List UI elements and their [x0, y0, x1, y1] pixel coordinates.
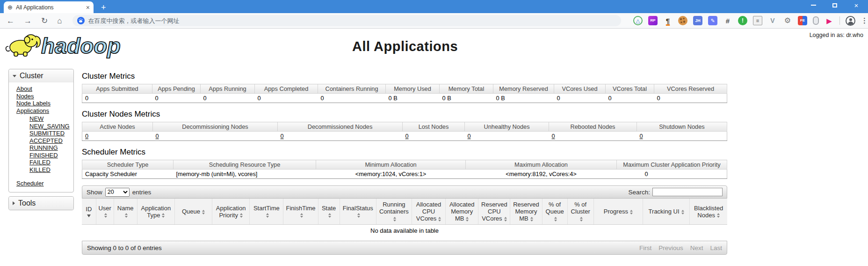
sidebar-link[interactable]: Applications: [16, 107, 49, 114]
sidebar-link-scheduler[interactable]: Scheduler: [16, 180, 44, 187]
applications-column-header[interactable]: Blacklisted Nodes: [690, 199, 727, 225]
pagination-button[interactable]: Last: [710, 244, 722, 251]
node-metric-link[interactable]: 0: [281, 133, 284, 140]
applications-column-header[interactable]: User: [96, 199, 114, 225]
tab-close-icon[interactable]: ×: [86, 4, 90, 11]
node-metric-link[interactable]: 0: [468, 133, 471, 140]
sort-icon: [87, 214, 91, 217]
show-label: Show: [87, 189, 102, 196]
applications-column-header[interactable]: % of Cluster: [567, 199, 593, 225]
app-state-link[interactable]: KILLED: [29, 166, 51, 173]
address-bar-input[interactable]: [88, 17, 616, 24]
metric-column-header: Apps Submitted: [82, 84, 152, 94]
node-metric-link[interactable]: 0: [405, 133, 409, 140]
node-metric-link[interactable]: 0: [156, 133, 159, 140]
sidebar-item: About: [16, 85, 73, 93]
vue-devtools-extension-icon[interactable]: V: [768, 16, 777, 25]
app-state-link[interactable]: ACCEPTED: [29, 137, 63, 144]
timer-extension-icon[interactable]: !: [738, 16, 747, 25]
gear-extension-icon[interactable]: ⚙: [783, 16, 792, 25]
applications-column-header[interactable]: Allocated CPU VCores: [412, 199, 445, 225]
profile-avatar[interactable]: [846, 16, 855, 26]
applications-column-header[interactable]: Running Containers: [376, 199, 412, 225]
avatar-bust-icon: [848, 22, 854, 26]
sort-icon: [162, 213, 165, 218]
scheduler-metric-value: 0: [617, 170, 727, 179]
pagination-button[interactable]: Next: [690, 244, 703, 251]
notes-extension-icon[interactable]: ✎: [708, 16, 717, 25]
reload-button[interactable]: ↻: [41, 17, 48, 25]
applications-column-header[interactable]: State: [318, 199, 340, 225]
app-state-link[interactable]: NEW: [29, 115, 43, 122]
window-maximize-button[interactable]: [832, 2, 838, 8]
home-button[interactable]: ⌂: [57, 17, 62, 25]
fe-helper-extension-icon[interactable]: FE: [798, 16, 807, 25]
pagination-button[interactable]: First: [639, 244, 651, 251]
applications-column-header[interactable]: Reserved Memory MB: [510, 199, 542, 225]
applications-column-header[interactable]: Reserved CPU VCores: [478, 199, 510, 225]
graphql-extension-icon[interactable]: △: [633, 16, 643, 25]
node-metric-value: 0: [82, 132, 153, 141]
node-metric-value: 0: [153, 132, 278, 141]
applications-column-header[interactable]: Progress: [593, 199, 643, 225]
app-state-link[interactable]: SUBMITTED: [29, 130, 65, 137]
metric-value: 0: [554, 94, 606, 103]
scheduler-metric-column-header: Maximum Cluster Application Priority: [617, 160, 727, 170]
media-download-extension-icon[interactable]: ▶: [825, 16, 834, 25]
frame-extension-icon[interactable]: #: [723, 16, 732, 25]
cluster-nav-header[interactable]: Cluster: [9, 69, 73, 82]
empty-row: No data available in table: [82, 225, 727, 238]
page-size-select[interactable]: 20: [105, 188, 130, 197]
app-state-item: RUNNING: [29, 144, 73, 152]
node-metric-link[interactable]: 0: [640, 133, 643, 140]
applications-column-header[interactable]: ID: [82, 199, 96, 225]
sidebar-link[interactable]: Node Labels: [16, 100, 51, 107]
applications-column-header[interactable]: FinishTime: [283, 199, 318, 225]
applications-table: ID User Name Application Type Queue Appl…: [82, 199, 727, 238]
applications-column-header[interactable]: Tracking UI: [643, 199, 689, 225]
applications-column-header[interactable]: Name: [114, 199, 137, 225]
cookie-extension-icon[interactable]: [678, 16, 687, 25]
node-metric-link[interactable]: 0: [85, 133, 88, 140]
tools-nav-header[interactable]: Tools: [9, 197, 73, 210]
scheduler-metric-value: <memory:1024, vCores:1>: [316, 170, 466, 179]
applications-column-header[interactable]: Application Priority: [212, 199, 250, 225]
applications-column-header[interactable]: Application Type: [137, 199, 174, 225]
mouse-gestures-extension-icon[interactable]: [813, 16, 819, 25]
node-metric-link[interactable]: 0: [552, 133, 555, 140]
applications-column-header[interactable]: StartTime: [250, 199, 283, 225]
app-state-link[interactable]: NEW_SAVING: [29, 123, 70, 130]
window-close-button[interactable]: ×: [853, 2, 860, 8]
browser-menu-button[interactable]: ⋮: [861, 16, 868, 25]
jh-extension-icon[interactable]: JH: [693, 16, 702, 25]
applications-column-header[interactable]: Allocated Memory MB: [446, 199, 478, 225]
applications-column-header[interactable]: Queue: [174, 199, 212, 225]
app-state-link[interactable]: FINISHED: [29, 152, 58, 159]
cluster-metrics-table: Apps SubmittedApps PendingApps RunningAp…: [82, 84, 727, 103]
axure-rp-extension-icon[interactable]: RP: [648, 16, 658, 25]
browser-tab[interactable]: ⊕ All Applications ×: [4, 1, 94, 13]
applications-column-header[interactable]: % of Queue: [542, 199, 567, 225]
sidebar-link[interactable]: Nodes: [16, 93, 34, 100]
app-state-link[interactable]: RUNNING: [29, 144, 58, 151]
page-title: All Applications: [82, 29, 728, 54]
tabs-extension-icon[interactable]: ≡: [753, 16, 762, 25]
app-state-link[interactable]: FAILED: [29, 159, 51, 166]
applications-column-header[interactable]: FinalStatus: [340, 199, 376, 225]
sidebar-link[interactable]: About: [16, 85, 32, 92]
address-bar[interactable]: [72, 15, 621, 26]
table-info-text: Showing 0 to 0 of 0 entries: [87, 244, 162, 251]
search-input[interactable]: [652, 188, 723, 196]
paragraph-extension-icon[interactable]: ¶: [663, 16, 673, 25]
scheduler-metric-column-header: Scheduling Resource Type: [174, 160, 316, 170]
entries-label: entries: [132, 189, 152, 196]
pagination: FirstPreviousNextLast: [639, 244, 722, 251]
window-minimize-button[interactable]: [810, 2, 817, 8]
forward-button[interactable]: →: [24, 17, 32, 25]
app-state-item: NEW: [29, 115, 73, 123]
pagination-button[interactable]: Previous: [658, 244, 683, 251]
new-tab-button[interactable]: +: [101, 3, 106, 12]
cluster-nodes-metrics-table: Active NodesDecommissioning NodesDecommi…: [82, 122, 727, 141]
metric-value: 0 B: [493, 94, 554, 103]
back-button[interactable]: ←: [7, 17, 14, 25]
